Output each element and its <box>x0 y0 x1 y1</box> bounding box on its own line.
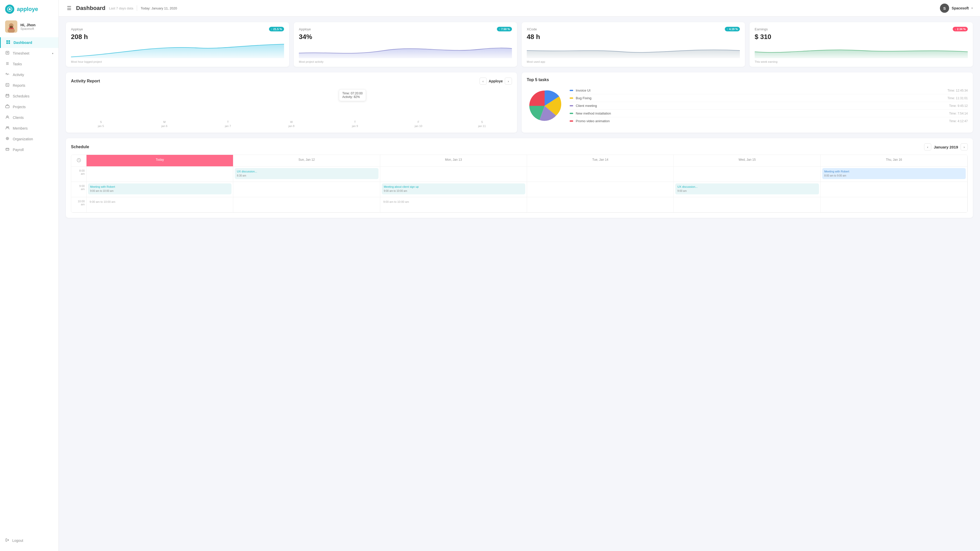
svg-rect-7 <box>6 40 8 42</box>
schedule-event-client-mon[interactable]: Meeting about client sign up 9:00 am to … <box>382 183 525 194</box>
month-label: January 2019 <box>934 145 958 149</box>
sidebar-item-projects[interactable]: Projects <box>0 102 59 112</box>
event-title: UX discussion... <box>677 185 817 189</box>
card-header: Activity Report ‹ Apploye › <box>71 78 512 85</box>
stat-label: Most project activity <box>299 60 512 63</box>
top5-tasks-card: Top 5 tasks <box>522 73 973 133</box>
svg-rect-9 <box>6 42 8 44</box>
stat-label: This week earning <box>755 60 968 63</box>
sidebar-item-clients[interactable]: Clients <box>0 112 59 123</box>
task-time: Time: 4:12:47 <box>949 119 968 123</box>
svg-point-6 <box>10 26 13 28</box>
card-title: Activity Report <box>71 79 100 83</box>
sidebar-item-activity[interactable]: Activity <box>0 69 59 80</box>
schedule-event-meeting-thu[interactable]: Meeting with Robert 8:00 am to 9:00 am <box>822 168 966 179</box>
sidebar-item-members[interactable]: Members <box>0 123 59 134</box>
bar-day: S <box>100 121 102 124</box>
svg-point-1 <box>9 8 11 10</box>
task-color-dot <box>570 113 573 114</box>
bar-chart: S jan 5 M jan 6 <box>71 89 512 127</box>
bar-date: jan 6 <box>161 124 167 127</box>
stat-badge-up: ↑ 7.50 % <box>497 27 512 32</box>
event-time: 9:00 am to 10:00 am <box>90 189 229 193</box>
sidebar-item-dashboard[interactable]: Dashboard <box>0 37 59 48</box>
bar-date: jan 11 <box>478 124 486 127</box>
next-project-button[interactable]: › <box>505 78 512 85</box>
schedule-time-header <box>71 155 86 167</box>
schedule-col-today: Today <box>86 155 233 167</box>
topbar: ☰ Dashboard Last 7 days data Today: Janu… <box>59 0 980 17</box>
svg-point-28 <box>6 137 9 140</box>
user-company: Spacesoft <box>21 27 35 30</box>
topbar-username: Spacesoft <box>952 6 969 10</box>
card-title: Top 5 tasks <box>527 78 549 82</box>
main-content: ☰ Dashboard Last 7 days data Today: Janu… <box>59 0 980 551</box>
sidebar-item-label: Reports <box>13 83 53 87</box>
hamburger-menu[interactable]: ☰ <box>66 4 73 12</box>
stat-card-earnings: Earnings ↓ 2.34 % $ 310 This week earnin… <box>749 22 973 67</box>
next-month-button[interactable]: › <box>961 143 968 151</box>
payroll-icon <box>5 147 10 152</box>
task-color-dot <box>570 105 573 106</box>
stat-card-apploye-hours: Apploye ↑ 21.5 % 208 h Most hour logged … <box>66 22 289 67</box>
sidebar-item-label: Payroll <box>13 148 53 152</box>
event-time: 8:30 am <box>237 174 376 178</box>
project-nav: ‹ Apploye › <box>479 78 512 85</box>
stat-card-apploye-activity: Apploye ↑ 7.50 % 34% Most project activi… <box>294 22 517 67</box>
sidebar-user: Hi, Jhon Spacesoft <box>0 17 59 37</box>
sidebar-item-schedules[interactable]: Schedules <box>0 91 59 102</box>
schedule-cell-wed-9am: UX discussion... 9:00 am <box>674 182 821 197</box>
sidebar-item-tasks[interactable]: Tasks <box>0 59 59 69</box>
bar-date: jan 5 <box>98 124 104 127</box>
topbar-subtitle: Last 7 days data <box>109 6 133 10</box>
svg-point-29 <box>7 138 8 139</box>
sidebar-item-payroll[interactable]: Payroll <box>0 144 59 155</box>
logout-button[interactable]: Logout <box>0 535 59 546</box>
schedule-col-sun: Sun, Jan 12 <box>233 155 380 167</box>
pie-chart <box>527 88 563 124</box>
pie-section: Invoice UI Time: 12:45:34 Bug Fixing Tim… <box>527 87 968 125</box>
user-info: Hi, Jhon Spacesoft <box>21 23 35 30</box>
schedule-event-ux-sun[interactable]: UX discussion... 8:30 am <box>235 168 378 179</box>
bar-group-active: T jan 9 <box>325 119 385 127</box>
stat-badge-up: ↑ 21.5 % <box>269 27 284 32</box>
stat-badge-down: ↓ 2.34 % <box>953 27 968 32</box>
prev-project-button[interactable]: ‹ <box>479 78 487 85</box>
sidebar-item-label: Clients <box>13 116 53 120</box>
bar-date: jan 10 <box>415 124 422 127</box>
content-area: Apploye ↑ 21.5 % 208 h Most hour logged … <box>59 17 980 224</box>
schedule-cell-sun-10am <box>233 197 380 213</box>
sidebar-item-organization[interactable]: Organization <box>0 134 59 144</box>
prev-month-button[interactable]: ‹ <box>924 143 931 151</box>
event-title: UX discussion... <box>237 170 376 173</box>
task-row: New method installation Time: 7:54:14 <box>570 110 968 118</box>
tasks-icon <box>5 62 10 67</box>
task-name: Invoice UI <box>576 89 945 92</box>
event-title: Meeting with Robert <box>824 170 964 173</box>
svg-line-34 <box>79 160 80 161</box>
sidebar-item-label: Timesheet <box>13 51 49 56</box>
timesheet-icon <box>5 51 10 56</box>
event-time: 9:00 am <box>677 189 817 193</box>
schedule-col-thu: Thu, Jan 16 <box>821 155 967 167</box>
event-time: 8:00 am to 9:00 am <box>824 174 964 178</box>
stat-value: 34% <box>299 33 512 41</box>
topbar-dropdown-icon[interactable]: ▾ <box>971 6 973 10</box>
sidebar-item-reports[interactable]: Reports <box>0 80 59 91</box>
page-title: Dashboard <box>76 5 105 11</box>
sidebar-item-timesheet[interactable]: Timesheet ▾ <box>0 48 59 59</box>
bar-group: W jan 8 <box>262 119 321 127</box>
task-row: Client meeting Time: 9:45:12 <box>570 102 968 110</box>
bar-day: W <box>290 121 293 124</box>
schedule-event-meeting-today[interactable]: Meeting with Robert 9:00 am to 10:00 am <box>88 183 231 194</box>
chevron-down-icon: ▾ <box>52 52 53 55</box>
avatar <box>5 21 18 33</box>
schedule-event-ux-wed[interactable]: UX discussion... 9:00 am <box>675 183 819 194</box>
task-name: Client meeting <box>576 104 947 108</box>
task-color-dot <box>570 97 573 99</box>
task-time: Time: 7:54:14 <box>949 112 968 115</box>
schedule-cell-tue-10am <box>527 197 674 213</box>
stat-chart <box>755 43 968 58</box>
schedule-cell-tue-8am <box>527 167 674 182</box>
members-icon <box>5 126 10 131</box>
